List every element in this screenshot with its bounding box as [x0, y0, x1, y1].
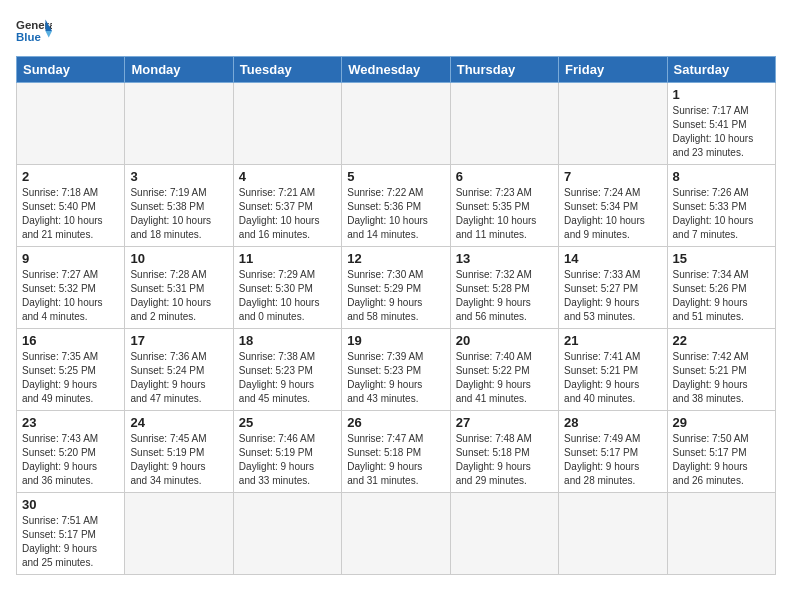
calendar-cell: 8Sunrise: 7:26 AM Sunset: 5:33 PM Daylig… [667, 165, 775, 247]
calendar-cell: 28Sunrise: 7:49 AM Sunset: 5:17 PM Dayli… [559, 411, 667, 493]
calendar-cell: 9Sunrise: 7:27 AM Sunset: 5:32 PM Daylig… [17, 247, 125, 329]
day-number: 9 [22, 251, 119, 266]
day-number: 27 [456, 415, 553, 430]
day-number: 25 [239, 415, 336, 430]
day-info: Sunrise: 7:29 AM Sunset: 5:30 PM Dayligh… [239, 268, 336, 324]
day-number: 14 [564, 251, 661, 266]
calendar-cell: 20Sunrise: 7:40 AM Sunset: 5:22 PM Dayli… [450, 329, 558, 411]
calendar-cell: 10Sunrise: 7:28 AM Sunset: 5:31 PM Dayli… [125, 247, 233, 329]
day-number: 30 [22, 497, 119, 512]
calendar-cell: 16Sunrise: 7:35 AM Sunset: 5:25 PM Dayli… [17, 329, 125, 411]
calendar-cell: 29Sunrise: 7:50 AM Sunset: 5:17 PM Dayli… [667, 411, 775, 493]
day-number: 26 [347, 415, 444, 430]
calendar-week-1: 1Sunrise: 7:17 AM Sunset: 5:41 PM Daylig… [17, 83, 776, 165]
calendar-cell [559, 83, 667, 165]
day-number: 16 [22, 333, 119, 348]
day-info: Sunrise: 7:24 AM Sunset: 5:34 PM Dayligh… [564, 186, 661, 242]
day-number: 22 [673, 333, 770, 348]
day-info: Sunrise: 7:33 AM Sunset: 5:27 PM Dayligh… [564, 268, 661, 324]
day-number: 11 [239, 251, 336, 266]
weekday-monday: Monday [125, 57, 233, 83]
day-number: 5 [347, 169, 444, 184]
calendar-cell [233, 493, 341, 575]
calendar-cell [342, 83, 450, 165]
calendar-week-3: 9Sunrise: 7:27 AM Sunset: 5:32 PM Daylig… [17, 247, 776, 329]
day-info: Sunrise: 7:41 AM Sunset: 5:21 PM Dayligh… [564, 350, 661, 406]
calendar-cell [450, 493, 558, 575]
day-info: Sunrise: 7:27 AM Sunset: 5:32 PM Dayligh… [22, 268, 119, 324]
day-info: Sunrise: 7:22 AM Sunset: 5:36 PM Dayligh… [347, 186, 444, 242]
calendar-cell: 26Sunrise: 7:47 AM Sunset: 5:18 PM Dayli… [342, 411, 450, 493]
calendar-week-2: 2Sunrise: 7:18 AM Sunset: 5:40 PM Daylig… [17, 165, 776, 247]
day-number: 13 [456, 251, 553, 266]
calendar-cell [667, 493, 775, 575]
day-info: Sunrise: 7:21 AM Sunset: 5:37 PM Dayligh… [239, 186, 336, 242]
logo-icon: General Blue [16, 16, 52, 46]
day-number: 21 [564, 333, 661, 348]
calendar-cell: 14Sunrise: 7:33 AM Sunset: 5:27 PM Dayli… [559, 247, 667, 329]
calendar-cell [559, 493, 667, 575]
day-info: Sunrise: 7:36 AM Sunset: 5:24 PM Dayligh… [130, 350, 227, 406]
calendar-cell: 17Sunrise: 7:36 AM Sunset: 5:24 PM Dayli… [125, 329, 233, 411]
calendar-cell: 11Sunrise: 7:29 AM Sunset: 5:30 PM Dayli… [233, 247, 341, 329]
calendar-cell: 21Sunrise: 7:41 AM Sunset: 5:21 PM Dayli… [559, 329, 667, 411]
day-info: Sunrise: 7:40 AM Sunset: 5:22 PM Dayligh… [456, 350, 553, 406]
calendar-cell: 18Sunrise: 7:38 AM Sunset: 5:23 PM Dayli… [233, 329, 341, 411]
calendar-cell: 27Sunrise: 7:48 AM Sunset: 5:18 PM Dayli… [450, 411, 558, 493]
day-number: 23 [22, 415, 119, 430]
weekday-wednesday: Wednesday [342, 57, 450, 83]
day-info: Sunrise: 7:17 AM Sunset: 5:41 PM Dayligh… [673, 104, 770, 160]
day-number: 8 [673, 169, 770, 184]
calendar-cell: 7Sunrise: 7:24 AM Sunset: 5:34 PM Daylig… [559, 165, 667, 247]
day-info: Sunrise: 7:45 AM Sunset: 5:19 PM Dayligh… [130, 432, 227, 488]
day-number: 12 [347, 251, 444, 266]
day-info: Sunrise: 7:32 AM Sunset: 5:28 PM Dayligh… [456, 268, 553, 324]
day-number: 6 [456, 169, 553, 184]
weekday-tuesday: Tuesday [233, 57, 341, 83]
day-number: 15 [673, 251, 770, 266]
calendar: SundayMondayTuesdayWednesdayThursdayFrid… [16, 56, 776, 575]
day-info: Sunrise: 7:43 AM Sunset: 5:20 PM Dayligh… [22, 432, 119, 488]
calendar-cell: 25Sunrise: 7:46 AM Sunset: 5:19 PM Dayli… [233, 411, 341, 493]
weekday-saturday: Saturday [667, 57, 775, 83]
day-info: Sunrise: 7:50 AM Sunset: 5:17 PM Dayligh… [673, 432, 770, 488]
calendar-cell: 2Sunrise: 7:18 AM Sunset: 5:40 PM Daylig… [17, 165, 125, 247]
calendar-cell [233, 83, 341, 165]
calendar-cell: 12Sunrise: 7:30 AM Sunset: 5:29 PM Dayli… [342, 247, 450, 329]
calendar-week-4: 16Sunrise: 7:35 AM Sunset: 5:25 PM Dayli… [17, 329, 776, 411]
day-number: 10 [130, 251, 227, 266]
day-info: Sunrise: 7:35 AM Sunset: 5:25 PM Dayligh… [22, 350, 119, 406]
day-info: Sunrise: 7:42 AM Sunset: 5:21 PM Dayligh… [673, 350, 770, 406]
calendar-cell: 13Sunrise: 7:32 AM Sunset: 5:28 PM Dayli… [450, 247, 558, 329]
weekday-friday: Friday [559, 57, 667, 83]
day-number: 4 [239, 169, 336, 184]
day-info: Sunrise: 7:51 AM Sunset: 5:17 PM Dayligh… [22, 514, 119, 570]
day-info: Sunrise: 7:23 AM Sunset: 5:35 PM Dayligh… [456, 186, 553, 242]
day-number: 29 [673, 415, 770, 430]
day-number: 20 [456, 333, 553, 348]
calendar-week-5: 23Sunrise: 7:43 AM Sunset: 5:20 PM Dayli… [17, 411, 776, 493]
day-info: Sunrise: 7:19 AM Sunset: 5:38 PM Dayligh… [130, 186, 227, 242]
day-number: 18 [239, 333, 336, 348]
day-info: Sunrise: 7:49 AM Sunset: 5:17 PM Dayligh… [564, 432, 661, 488]
day-info: Sunrise: 7:30 AM Sunset: 5:29 PM Dayligh… [347, 268, 444, 324]
day-info: Sunrise: 7:28 AM Sunset: 5:31 PM Dayligh… [130, 268, 227, 324]
calendar-cell [342, 493, 450, 575]
calendar-cell [125, 83, 233, 165]
day-number: 2 [22, 169, 119, 184]
calendar-cell: 19Sunrise: 7:39 AM Sunset: 5:23 PM Dayli… [342, 329, 450, 411]
calendar-cell [17, 83, 125, 165]
calendar-cell: 3Sunrise: 7:19 AM Sunset: 5:38 PM Daylig… [125, 165, 233, 247]
weekday-header-row: SundayMondayTuesdayWednesdayThursdayFrid… [17, 57, 776, 83]
day-info: Sunrise: 7:48 AM Sunset: 5:18 PM Dayligh… [456, 432, 553, 488]
calendar-cell: 4Sunrise: 7:21 AM Sunset: 5:37 PM Daylig… [233, 165, 341, 247]
header: General Blue [16, 16, 776, 46]
svg-text:Blue: Blue [16, 31, 41, 43]
day-number: 28 [564, 415, 661, 430]
day-number: 3 [130, 169, 227, 184]
day-info: Sunrise: 7:38 AM Sunset: 5:23 PM Dayligh… [239, 350, 336, 406]
day-info: Sunrise: 7:34 AM Sunset: 5:26 PM Dayligh… [673, 268, 770, 324]
calendar-cell: 23Sunrise: 7:43 AM Sunset: 5:20 PM Dayli… [17, 411, 125, 493]
weekday-sunday: Sunday [17, 57, 125, 83]
svg-marker-3 [45, 31, 52, 38]
